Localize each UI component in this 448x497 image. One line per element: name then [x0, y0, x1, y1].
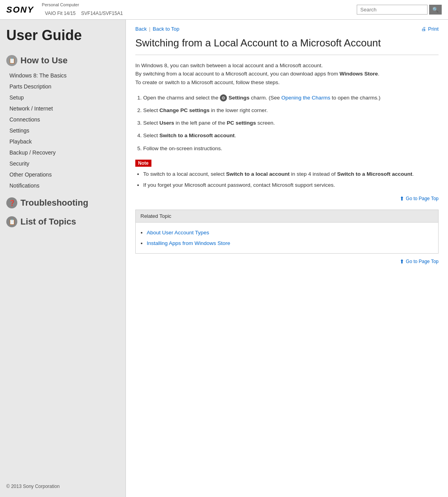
sidebar-item-other-ops[interactable]: Other Operations [6, 169, 119, 180]
go-top-icon-2: ⬆ [400, 258, 404, 265]
top-nav: Back | Back to Top 🖨 Print [135, 26, 439, 32]
content-intro: In Windows 8, you can switch between a l… [135, 61, 439, 87]
sidebar-item-playback[interactable]: Playback [6, 136, 119, 147]
nav-separator: | [149, 26, 150, 32]
sidebar-item-backup[interactable]: Backup / Recovery [6, 147, 119, 158]
step-4: Select Switch to a Microsoft account. [143, 131, 439, 140]
steps-list: Open the charms and select the ⚙ Setting… [143, 93, 439, 153]
layout: User Guide 📋 How to Use Windows 8: The B… [0, 20, 448, 497]
sidebar-item-network[interactable]: Network / Internet [6, 103, 119, 114]
settings-gear-icon: ⚙ [220, 94, 227, 101]
note-box: Note To switch to a local account, selec… [135, 160, 439, 189]
go-top-icon-1: ⬆ [400, 195, 404, 202]
related-topic-header: Related Topic [136, 210, 438, 223]
header: SONY Personal Computer VAIO Fit 14/15 SV… [0, 0, 448, 20]
sidebar-item-parts[interactable]: Parts Description [6, 81, 119, 92]
breadcrumb-nav: Back | Back to Top [135, 26, 179, 32]
sidebar-item-setup[interactable]: Setup [6, 92, 119, 103]
how-to-use-icon: 📋 [6, 55, 17, 66]
header-product-info: Personal Computer VAIO Fit 14/15 SVF14A1… [42, 2, 123, 17]
main-content: Back | Back to Top 🖨 Print Switching fro… [126, 20, 448, 497]
about-user-account-types-link[interactable]: About User Account Types [147, 230, 209, 236]
sidebar-footer: © 2013 Sony Corporation [6, 472, 119, 489]
step-3: Select Users in the left pane of the PC … [143, 118, 439, 128]
list-of-topics-icon: 📋 [6, 216, 17, 227]
sidebar-section-troubleshooting[interactable]: ❓ Troubleshooting [6, 197, 119, 208]
go-to-page-top-2[interactable]: ⬆ Go to Page Top [135, 258, 439, 265]
product-type-label: Personal Computer [42, 2, 123, 7]
header-search: 🔍 [357, 5, 442, 15]
note-label: Note [135, 160, 151, 167]
sidebar-item-security[interactable]: Security [6, 158, 119, 169]
step-2: Select Change PC settings in the lower r… [143, 106, 439, 115]
related-topic-item-2: Installing Apps from Windows Store [147, 238, 433, 248]
note-item-2: If you forget your Microsoft account pas… [143, 181, 439, 190]
sidebar-item-notifications[interactable]: Notifications [6, 180, 119, 191]
intro-para-2: By switching from a local account to a M… [135, 70, 439, 78]
go-to-page-top-1[interactable]: ⬆ Go to Page Top [135, 195, 439, 202]
related-topic-box: Related Topic About User Account Types I… [135, 210, 439, 254]
sidebar: User Guide 📋 How to Use Windows 8: The B… [0, 20, 126, 497]
sidebar-item-windows8[interactable]: Windows 8: The Basics [6, 70, 119, 81]
page-title: Switching from a Local Account to a Micr… [135, 37, 439, 55]
sidebar-section-how-to-use[interactable]: 📋 How to Use [6, 55, 119, 66]
note-item-1: To switch to a local account, select Swi… [143, 170, 439, 179]
search-input[interactable] [357, 5, 428, 15]
related-topic-item-1: About User Account Types [147, 227, 433, 238]
sidebar-item-settings[interactable]: Settings [6, 125, 119, 136]
printer-icon: 🖨 [421, 26, 426, 32]
sidebar-title: User Guide [6, 28, 119, 43]
intro-para-3: To create or switch to a Microsoft accou… [135, 78, 439, 87]
sidebar-section-list-of-topics[interactable]: 📋 List of Topics [6, 216, 119, 227]
step-1: Open the charms and select the ⚙ Setting… [143, 93, 439, 103]
step-5: Follow the on-screen instructions. [143, 144, 439, 153]
back-link[interactable]: Back [135, 26, 147, 32]
troubleshooting-icon: ❓ [6, 197, 17, 208]
installing-apps-link[interactable]: Installing Apps from Windows Store [147, 240, 230, 246]
note-list: To switch to a local account, select Swi… [143, 170, 439, 189]
search-button[interactable]: 🔍 [429, 5, 442, 15]
opening-charms-link[interactable]: Opening the Charms [281, 95, 330, 101]
related-topic-list: About User Account Types Installing Apps… [136, 223, 438, 253]
back-to-top-link[interactable]: Back to Top [153, 26, 179, 32]
product-name-label: VAIO Fit 14/15 SVF14A1/SVF15A1 [42, 7, 123, 17]
sidebar-item-connections[interactable]: Connections [6, 114, 119, 125]
intro-para-1: In Windows 8, you can switch between a l… [135, 61, 439, 70]
sony-logo: SONY [6, 5, 34, 15]
print-link[interactable]: 🖨 Print [421, 26, 439, 32]
